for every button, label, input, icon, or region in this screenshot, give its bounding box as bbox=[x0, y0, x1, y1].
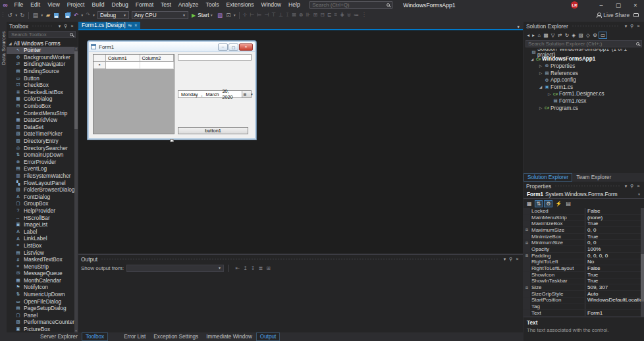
property-row[interactable]: StartPosition WindowsDefaultLocation bbox=[523, 298, 644, 304]
menu-item[interactable]: Project bbox=[63, 0, 88, 10]
toolbox-item[interactable]: ✉ MessageQueue bbox=[7, 270, 78, 277]
tree-item[interactable]: ⚙ App.config bbox=[523, 76, 644, 84]
property-value[interactable]: 0, 0, 0, 0 bbox=[585, 253, 644, 259]
tree-item[interactable]: ▤ Form1.resx bbox=[523, 97, 644, 105]
property-expander-icon[interactable]: ⊞ bbox=[523, 253, 530, 259]
property-expander-icon[interactable] bbox=[523, 246, 530, 252]
property-row[interactable]: MinimizeBox True bbox=[523, 234, 644, 240]
tree-expander-icon[interactable]: ▷ bbox=[538, 106, 543, 110]
property-expander-icon[interactable] bbox=[523, 298, 530, 303]
close-icon[interactable]: × bbox=[69, 24, 75, 28]
tree-item[interactable]: ▷ C# Program.cs bbox=[523, 105, 644, 112]
property-expander-icon[interactable] bbox=[523, 215, 530, 221]
scrollbar-thumb[interactable] bbox=[74, 51, 78, 129]
layout-tool-icon[interactable]: ⊥ bbox=[277, 10, 284, 20]
layout-tool-icon[interactable]: ⊨ bbox=[255, 10, 263, 20]
textbox-control[interactable] bbox=[178, 54, 252, 61]
solution-configuration-dropdown[interactable]: Debug▼ bbox=[97, 11, 129, 19]
toolbox-item[interactable]: ? HelpProvider bbox=[7, 207, 78, 215]
property-expander-icon[interactable] bbox=[523, 259, 530, 265]
close-icon[interactable]: × bbox=[514, 257, 520, 261]
output-tool-icon[interactable]: ≣ bbox=[257, 265, 265, 271]
layout-tool-icon[interactable]: ⌶ bbox=[284, 10, 290, 20]
property-expander-icon[interactable] bbox=[523, 303, 530, 309]
navigate-back-dropdown-icon[interactable]: ▼ bbox=[14, 13, 18, 17]
toolbox-item[interactable]: ⇅ DomainUpDown bbox=[7, 151, 78, 159]
tree-item[interactable]: ◢ ▣ Form1.cs bbox=[523, 84, 644, 91]
save-all-icon[interactable] bbox=[65, 13, 70, 18]
output-tool-icon[interactable]: ⇤ bbox=[234, 265, 242, 271]
live-share-label[interactable]: Live Share bbox=[603, 12, 630, 18]
data-sources-vertical-tab[interactable]: Data Sources bbox=[1, 31, 7, 65]
property-expander-icon[interactable] bbox=[523, 234, 530, 240]
datagridview-control[interactable]: Column1 Column2 * bbox=[93, 54, 174, 134]
toolbox-item[interactable]: ⊗ ErrorProvider bbox=[7, 159, 78, 166]
property-value[interactable]: 100% bbox=[585, 246, 644, 252]
property-row[interactable]: ShowInTaskbar True bbox=[523, 278, 644, 285]
property-row[interactable]: SizeGripStyle Auto bbox=[523, 291, 644, 298]
toolbox-group-header[interactable]: ◢ All Windows Forms bbox=[7, 39, 78, 47]
explorer-tool-icon[interactable]: ⇄ bbox=[556, 32, 564, 38]
property-row[interactable]: ⊞ Size 509, 307 bbox=[523, 284, 644, 291]
layout-tool-icon[interactable]: ⊠ bbox=[290, 10, 298, 20]
preview-icon[interactable]: ⊡ bbox=[225, 10, 232, 20]
property-row[interactable]: MaximizeBox True bbox=[523, 221, 644, 227]
explorer-tool-icon[interactable]: ▸ bbox=[531, 32, 536, 38]
dock-tab[interactable]: Error List bbox=[120, 332, 149, 341]
solution-search-input[interactable] bbox=[528, 41, 636, 47]
toolbox-item[interactable]: ⊟ ComboBox bbox=[7, 103, 78, 110]
layout-tool-icon[interactable]: ⊗ bbox=[298, 10, 305, 20]
designer-canvas[interactable]: Form1 – ▢ × Column1 Column2 * bbox=[78, 30, 523, 253]
properties-tool-icon[interactable]: ⇅ bbox=[535, 200, 543, 207]
toolbox-item[interactable]: ▢ GroupBox bbox=[7, 200, 78, 207]
properties-tool-icon[interactable]: ▦ bbox=[525, 201, 533, 207]
property-expander-icon[interactable] bbox=[523, 265, 530, 271]
scroll-up-icon[interactable]: ▲ bbox=[74, 47, 78, 50]
output-tool-icon[interactable]: ↥ bbox=[242, 265, 250, 271]
preview-dropdown-icon[interactable]: ▼ bbox=[232, 13, 237, 17]
pin-icon[interactable]: ⚲ bbox=[629, 24, 635, 29]
layout-tool-icon[interactable]: ⋮ bbox=[360, 10, 368, 20]
output-tool-icon[interactable]: ⊞ bbox=[265, 265, 273, 271]
toolbox-item[interactable]: ▚ FlowLayoutPanel bbox=[7, 179, 78, 186]
menu-item[interactable]: Test bbox=[157, 0, 175, 10]
window-position-icon[interactable]: ▾ bbox=[623, 24, 629, 29]
property-value[interactable]: True bbox=[585, 221, 644, 226]
property-expander-icon[interactable] bbox=[523, 221, 530, 226]
toolbox-item[interactable]: ≡ ListBox bbox=[7, 242, 78, 249]
property-expander-icon[interactable] bbox=[523, 310, 530, 316]
toolbox-search-box[interactable] bbox=[9, 31, 76, 38]
property-row[interactable]: ⊞ MinimumSize 0, 0 bbox=[523, 240, 644, 246]
property-expander-icon[interactable]: ⊞ bbox=[523, 227, 530, 233]
quick-search-box[interactable] bbox=[309, 1, 392, 9]
layout-tool-icon[interactable]: ⊢ bbox=[248, 10, 255, 20]
property-value[interactable]: Auto bbox=[585, 291, 644, 297]
close-tab-icon[interactable]: × bbox=[134, 23, 137, 28]
toolbox-item[interactable]: ☑ CheckBox bbox=[7, 82, 78, 89]
property-value[interactable]: Form1 bbox=[585, 310, 644, 316]
property-value[interactable]: False bbox=[585, 265, 644, 271]
property-value[interactable]: False bbox=[585, 208, 644, 214]
layout-tool-icon[interactable]: ⊪ bbox=[304, 10, 311, 20]
toolbox-item[interactable]: ⇅ NumericUpDown bbox=[7, 291, 78, 298]
toolbox-item[interactable]: ≣ CheckedListBox bbox=[7, 89, 78, 96]
toolbox-item[interactable]: ≡ ContextMenuStrip bbox=[7, 109, 78, 117]
user-avatar[interactable]: LR bbox=[571, 1, 578, 9]
toolbox-item[interactable]: ▤ EventLog bbox=[7, 165, 78, 172]
designed-form[interactable]: Form1 – ▢ × Column1 Column2 * bbox=[88, 41, 256, 140]
menu-item[interactable]: Format bbox=[132, 0, 157, 10]
tree-item[interactable]: ▷ C# Form1.Designer.cs bbox=[523, 91, 644, 98]
profiler-icon[interactable]: ▨ bbox=[216, 10, 225, 20]
dock-tab[interactable]: Toolbox bbox=[82, 332, 108, 341]
tree-expander-icon[interactable]: ▷ bbox=[538, 64, 543, 68]
selected-object-dropdown[interactable]: Form1 System.Windows.Forms.Form ▼ bbox=[523, 190, 644, 199]
output-tool-icon[interactable]: ↧ bbox=[249, 265, 257, 271]
toolbox-item[interactable]: ▭ Button bbox=[7, 74, 78, 82]
layout-tool-icon[interactable]: ≔ bbox=[352, 10, 360, 20]
property-value[interactable]: (none) bbox=[585, 215, 644, 221]
property-row[interactable]: RightToLeft No bbox=[523, 259, 644, 266]
tree-item[interactable]: ▷ ▤ References bbox=[523, 70, 644, 77]
layout-tool-icon[interactable]: ⊟ bbox=[319, 10, 326, 20]
toolbox-item[interactable]: ≡ MenuStrip bbox=[7, 263, 78, 270]
button1-control[interactable]: button1 bbox=[178, 127, 248, 134]
